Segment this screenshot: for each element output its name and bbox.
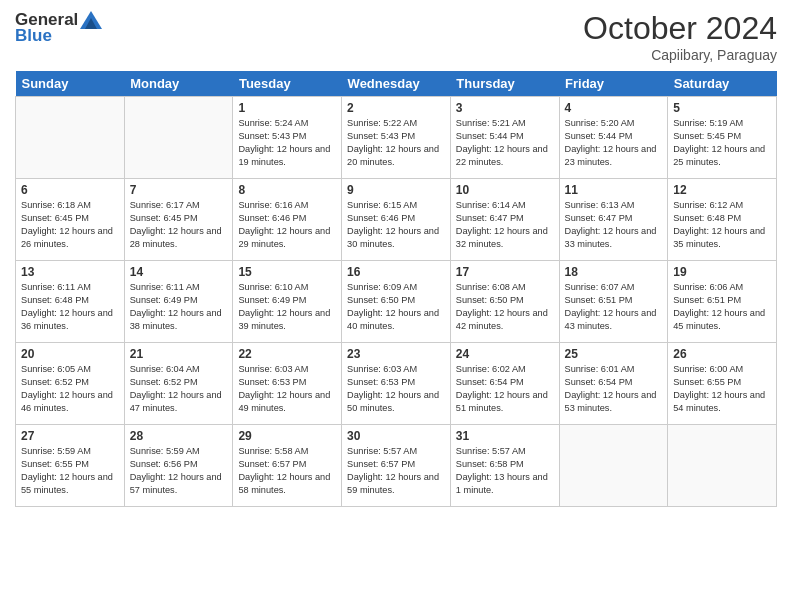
cell-3-2: 22Sunrise: 6:03 AM Sunset: 6:53 PM Dayli… [233, 343, 342, 425]
cell-content: Sunrise: 6:03 AM Sunset: 6:53 PM Dayligh… [238, 363, 336, 415]
cell-content: Sunrise: 5:22 AM Sunset: 5:43 PM Dayligh… [347, 117, 445, 169]
logo: General Blue [15, 10, 102, 46]
cell-3-4: 24Sunrise: 6:02 AM Sunset: 6:54 PM Dayli… [450, 343, 559, 425]
day-number: 8 [238, 183, 336, 197]
cell-2-1: 14Sunrise: 6:11 AM Sunset: 6:49 PM Dayli… [124, 261, 233, 343]
day-header-tuesday: Tuesday [233, 71, 342, 97]
cell-1-6: 12Sunrise: 6:12 AM Sunset: 6:48 PM Dayli… [668, 179, 777, 261]
cell-0-4: 3Sunrise: 5:21 AM Sunset: 5:44 PM Daylig… [450, 97, 559, 179]
day-number: 7 [130, 183, 228, 197]
cell-2-5: 18Sunrise: 6:07 AM Sunset: 6:51 PM Dayli… [559, 261, 668, 343]
cell-content: Sunrise: 5:24 AM Sunset: 5:43 PM Dayligh… [238, 117, 336, 169]
week-row-4: 20Sunrise: 6:05 AM Sunset: 6:52 PM Dayli… [16, 343, 777, 425]
day-number: 22 [238, 347, 336, 361]
cell-content: Sunrise: 6:09 AM Sunset: 6:50 PM Dayligh… [347, 281, 445, 333]
cell-content: Sunrise: 6:06 AM Sunset: 6:51 PM Dayligh… [673, 281, 771, 333]
cell-2-3: 16Sunrise: 6:09 AM Sunset: 6:50 PM Dayli… [342, 261, 451, 343]
cell-content: Sunrise: 6:10 AM Sunset: 6:49 PM Dayligh… [238, 281, 336, 333]
cell-content: Sunrise: 6:05 AM Sunset: 6:52 PM Dayligh… [21, 363, 119, 415]
cell-1-4: 10Sunrise: 6:14 AM Sunset: 6:47 PM Dayli… [450, 179, 559, 261]
cell-4-5 [559, 425, 668, 507]
day-number: 4 [565, 101, 663, 115]
cell-content: Sunrise: 5:20 AM Sunset: 5:44 PM Dayligh… [565, 117, 663, 169]
cell-content: Sunrise: 5:57 AM Sunset: 6:58 PM Dayligh… [456, 445, 554, 497]
day-number: 27 [21, 429, 119, 443]
week-row-2: 6Sunrise: 6:18 AM Sunset: 6:45 PM Daylig… [16, 179, 777, 261]
location-subtitle: Capiibary, Paraguay [583, 47, 777, 63]
cell-4-3: 30Sunrise: 5:57 AM Sunset: 6:57 PM Dayli… [342, 425, 451, 507]
logo-blue-text: Blue [15, 26, 52, 46]
cell-2-2: 15Sunrise: 6:10 AM Sunset: 6:49 PM Dayli… [233, 261, 342, 343]
cell-1-2: 8Sunrise: 6:16 AM Sunset: 6:46 PM Daylig… [233, 179, 342, 261]
day-number: 16 [347, 265, 445, 279]
day-number: 12 [673, 183, 771, 197]
day-number: 6 [21, 183, 119, 197]
day-number: 20 [21, 347, 119, 361]
day-number: 13 [21, 265, 119, 279]
cell-0-2: 1Sunrise: 5:24 AM Sunset: 5:43 PM Daylig… [233, 97, 342, 179]
day-number: 21 [130, 347, 228, 361]
day-number: 31 [456, 429, 554, 443]
cell-content: Sunrise: 6:15 AM Sunset: 6:46 PM Dayligh… [347, 199, 445, 251]
cell-content: Sunrise: 6:11 AM Sunset: 6:48 PM Dayligh… [21, 281, 119, 333]
calendar-table: SundayMondayTuesdayWednesdayThursdayFrid… [15, 71, 777, 507]
header-row: SundayMondayTuesdayWednesdayThursdayFrid… [16, 71, 777, 97]
cell-content: Sunrise: 5:21 AM Sunset: 5:44 PM Dayligh… [456, 117, 554, 169]
day-header-saturday: Saturday [668, 71, 777, 97]
cell-content: Sunrise: 5:58 AM Sunset: 6:57 PM Dayligh… [238, 445, 336, 497]
month-title: October 2024 [583, 10, 777, 47]
day-number: 5 [673, 101, 771, 115]
day-header-friday: Friday [559, 71, 668, 97]
day-number: 28 [130, 429, 228, 443]
day-number: 30 [347, 429, 445, 443]
week-row-5: 27Sunrise: 5:59 AM Sunset: 6:55 PM Dayli… [16, 425, 777, 507]
day-number: 24 [456, 347, 554, 361]
day-number: 2 [347, 101, 445, 115]
cell-content: Sunrise: 6:17 AM Sunset: 6:45 PM Dayligh… [130, 199, 228, 251]
cell-1-1: 7Sunrise: 6:17 AM Sunset: 6:45 PM Daylig… [124, 179, 233, 261]
cell-content: Sunrise: 6:08 AM Sunset: 6:50 PM Dayligh… [456, 281, 554, 333]
cell-4-6 [668, 425, 777, 507]
logo-icon [80, 11, 102, 29]
day-header-wednesday: Wednesday [342, 71, 451, 97]
cell-1-3: 9Sunrise: 6:15 AM Sunset: 6:46 PM Daylig… [342, 179, 451, 261]
day-number: 3 [456, 101, 554, 115]
calendar-page: General Blue October 2024 Capiibary, Par… [0, 0, 792, 612]
cell-1-0: 6Sunrise: 6:18 AM Sunset: 6:45 PM Daylig… [16, 179, 125, 261]
cell-3-1: 21Sunrise: 6:04 AM Sunset: 6:52 PM Dayli… [124, 343, 233, 425]
day-number: 19 [673, 265, 771, 279]
cell-content: Sunrise: 6:07 AM Sunset: 6:51 PM Dayligh… [565, 281, 663, 333]
cell-3-6: 26Sunrise: 6:00 AM Sunset: 6:55 PM Dayli… [668, 343, 777, 425]
day-header-sunday: Sunday [16, 71, 125, 97]
cell-content: Sunrise: 6:00 AM Sunset: 6:55 PM Dayligh… [673, 363, 771, 415]
cell-0-6: 5Sunrise: 5:19 AM Sunset: 5:45 PM Daylig… [668, 97, 777, 179]
cell-content: Sunrise: 6:11 AM Sunset: 6:49 PM Dayligh… [130, 281, 228, 333]
day-number: 10 [456, 183, 554, 197]
day-number: 9 [347, 183, 445, 197]
cell-3-3: 23Sunrise: 6:03 AM Sunset: 6:53 PM Dayli… [342, 343, 451, 425]
cell-1-5: 11Sunrise: 6:13 AM Sunset: 6:47 PM Dayli… [559, 179, 668, 261]
day-number: 29 [238, 429, 336, 443]
cell-0-0 [16, 97, 125, 179]
cell-3-0: 20Sunrise: 6:05 AM Sunset: 6:52 PM Dayli… [16, 343, 125, 425]
week-row-3: 13Sunrise: 6:11 AM Sunset: 6:48 PM Dayli… [16, 261, 777, 343]
cell-content: Sunrise: 6:12 AM Sunset: 6:48 PM Dayligh… [673, 199, 771, 251]
cell-4-4: 31Sunrise: 5:57 AM Sunset: 6:58 PM Dayli… [450, 425, 559, 507]
day-number: 26 [673, 347, 771, 361]
cell-3-5: 25Sunrise: 6:01 AM Sunset: 6:54 PM Dayli… [559, 343, 668, 425]
cell-0-3: 2Sunrise: 5:22 AM Sunset: 5:43 PM Daylig… [342, 97, 451, 179]
cell-0-5: 4Sunrise: 5:20 AM Sunset: 5:44 PM Daylig… [559, 97, 668, 179]
cell-content: Sunrise: 5:59 AM Sunset: 6:56 PM Dayligh… [130, 445, 228, 497]
cell-content: Sunrise: 6:01 AM Sunset: 6:54 PM Dayligh… [565, 363, 663, 415]
day-number: 23 [347, 347, 445, 361]
cell-4-1: 28Sunrise: 5:59 AM Sunset: 6:56 PM Dayli… [124, 425, 233, 507]
header: General Blue October 2024 Capiibary, Par… [15, 10, 777, 63]
cell-content: Sunrise: 6:14 AM Sunset: 6:47 PM Dayligh… [456, 199, 554, 251]
cell-2-4: 17Sunrise: 6:08 AM Sunset: 6:50 PM Dayli… [450, 261, 559, 343]
day-number: 11 [565, 183, 663, 197]
cell-content: Sunrise: 6:16 AM Sunset: 6:46 PM Dayligh… [238, 199, 336, 251]
title-area: October 2024 Capiibary, Paraguay [583, 10, 777, 63]
day-header-thursday: Thursday [450, 71, 559, 97]
cell-content: Sunrise: 6:13 AM Sunset: 6:47 PM Dayligh… [565, 199, 663, 251]
week-row-1: 1Sunrise: 5:24 AM Sunset: 5:43 PM Daylig… [16, 97, 777, 179]
